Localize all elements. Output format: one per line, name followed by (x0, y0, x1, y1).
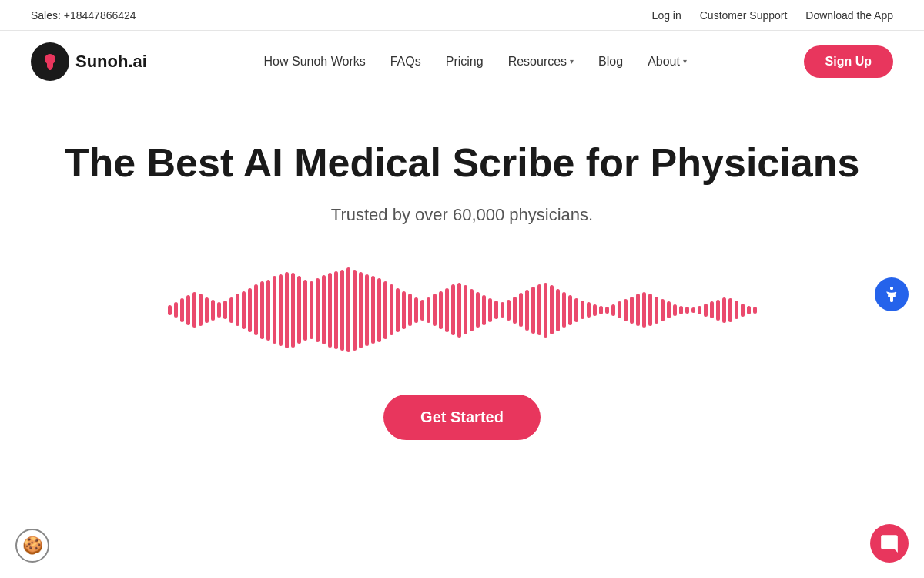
nav-link-pricing[interactable]: Pricing (446, 55, 484, 68)
login-link[interactable]: Log in (652, 9, 681, 22)
hero-subtitle: Trusted by over 60,000 physicians. (31, 205, 893, 225)
nav-item-faqs[interactable]: FAQs (390, 55, 421, 69)
cookie-button[interactable]: 🍪 (15, 529, 49, 563)
waveform-bar (236, 294, 239, 326)
waveform-bar (568, 295, 572, 325)
waveform-bar (180, 298, 184, 322)
signup-button[interactable]: Sign Up (804, 45, 893, 78)
waveform-bar (192, 292, 196, 328)
waveform-bar (291, 273, 295, 348)
nav-item-pricing[interactable]: Pricing (446, 55, 484, 69)
waveform-bar (525, 290, 529, 331)
nav-links: How Sunoh Works FAQs Pricing Resources ▾… (264, 55, 687, 69)
accessibility-button[interactable] (875, 277, 909, 311)
waveform-bar (433, 294, 437, 326)
waveform-bar (297, 276, 301, 344)
waveform-bar (217, 302, 221, 318)
waveform-bar (544, 283, 547, 338)
waveform-bar (334, 271, 338, 349)
waveform-bar (273, 276, 276, 344)
waveform-bar (310, 281, 313, 339)
waveform-bar (279, 274, 283, 347)
waveform-bar (254, 284, 258, 335)
about-dropdown[interactable]: About ▾ (648, 55, 687, 69)
waveform-bar (648, 294, 652, 326)
waveform-bar (476, 292, 480, 328)
resources-chevron-icon: ▾ (570, 57, 574, 66)
waveform-bar (735, 301, 738, 319)
waveform-bar (531, 287, 535, 334)
waveform-bar (464, 285, 467, 334)
waveform-bar (482, 295, 486, 325)
cookie-icon: 🍪 (22, 536, 43, 556)
chat-button[interactable] (870, 524, 909, 563)
waveform-bar (611, 304, 615, 316)
waveform-bar (722, 297, 726, 323)
customer-support-link[interactable]: Customer Support (700, 9, 788, 22)
nav-item-about[interactable]: About ▾ (648, 55, 687, 69)
nav-link-resources[interactable]: Resources (508, 55, 567, 69)
nav-link-how[interactable]: How Sunoh Works (264, 55, 366, 68)
waveform-bar (728, 298, 732, 322)
waveform-bar (377, 278, 381, 342)
phone-link[interactable]: Sales: +18447866424 (31, 9, 136, 22)
waveform-bar (679, 306, 683, 314)
waveform-bar (661, 299, 665, 321)
nav-item-resources[interactable]: Resources ▾ (508, 55, 574, 69)
hero-section: The Best AI Medical Scribe for Physician… (0, 92, 924, 471)
hero-title: The Best AI Medical Scribe for Physician… (31, 139, 893, 187)
waveform-bar (229, 297, 233, 323)
waveform-bar (353, 270, 357, 351)
waveform-bar (630, 297, 634, 324)
waveform-bar (439, 291, 443, 330)
nav-link-blog[interactable]: Blog (598, 55, 623, 68)
waveform-bar (396, 288, 400, 332)
waveform-bar (593, 304, 597, 316)
nav-link-about[interactable]: About (648, 55, 680, 69)
chat-icon (879, 533, 899, 553)
download-app-link[interactable]: Download the App (805, 9, 893, 22)
waveform-bar (704, 304, 708, 317)
waveform-bar (599, 306, 603, 314)
waveform-bar (685, 307, 689, 314)
logo[interactable]: Sunoh.ai (31, 42, 147, 81)
get-started-button[interactable]: Get Started (383, 395, 541, 440)
waveform-bar (654, 297, 658, 324)
nav-link-faqs[interactable]: FAQs (390, 55, 421, 68)
waveform-bar (556, 289, 560, 331)
waveform-bar (513, 297, 517, 324)
waveform-bar (698, 306, 701, 314)
waveform-bar (359, 272, 363, 348)
navbar: Sunoh.ai How Sunoh Works FAQs Pricing Re… (0, 31, 924, 92)
waveform-bar (642, 292, 646, 328)
waveform-bar (507, 300, 511, 321)
waveform-bar (716, 300, 720, 321)
logo-icon (31, 42, 69, 81)
waveform-bar (519, 293, 523, 327)
waveform-bar (408, 294, 412, 326)
waveform-bar (371, 276, 375, 344)
logo-text: Sunoh.ai (75, 52, 147, 72)
nav-item-blog[interactable]: Blog (598, 55, 623, 69)
waveform-bar (303, 280, 307, 341)
waveform-bar (420, 300, 424, 321)
waveform-bar (581, 301, 584, 319)
waveform-bar (457, 283, 461, 338)
resources-dropdown[interactable]: Resources ▾ (508, 55, 574, 69)
waveform-bar (445, 288, 449, 332)
about-chevron-icon: ▾ (683, 57, 687, 66)
top-bar: Sales: +18447866424 Log in Customer Supp… (0, 0, 924, 31)
waveform-bar (537, 284, 541, 335)
waveform-bar (691, 307, 695, 313)
waveform-bar (414, 297, 418, 323)
waveform-bar (624, 299, 628, 321)
waveform-bar (562, 292, 566, 328)
waveform-bar (402, 291, 406, 330)
top-bar-left: Sales: +18447866424 (31, 8, 136, 22)
waveform-bar (322, 275, 326, 344)
waveform-bar (636, 294, 640, 326)
waveform-bar (587, 302, 591, 318)
nav-item-how[interactable]: How Sunoh Works (264, 55, 366, 69)
waveform-bar (316, 278, 320, 342)
waveform-bar (242, 291, 246, 330)
